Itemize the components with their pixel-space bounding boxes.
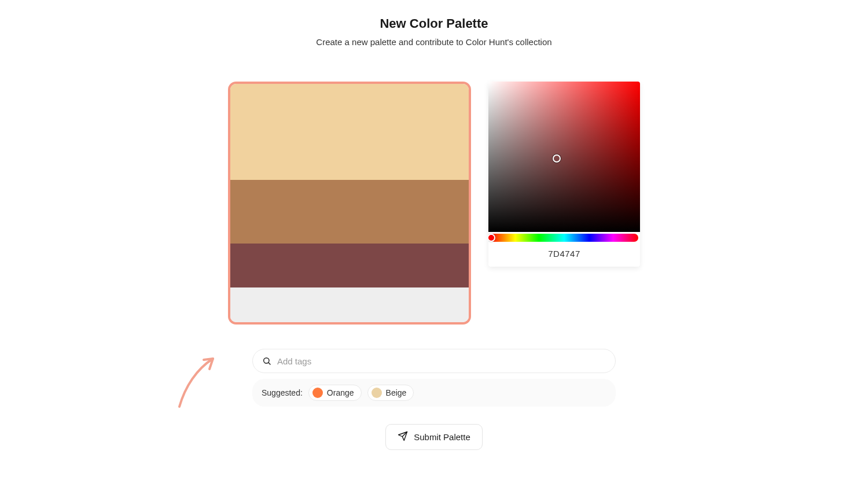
hue-knob[interactable] bbox=[488, 234, 495, 242]
tag-label: Orange bbox=[327, 388, 354, 397]
submit-row: Submit Palette bbox=[0, 424, 868, 450]
tag-label: Beige bbox=[386, 388, 407, 397]
sv-knob[interactable] bbox=[553, 154, 561, 163]
saturation-value-area[interactable] bbox=[488, 82, 640, 232]
palette-preview[interactable] bbox=[228, 82, 471, 325]
page-subtitle: Create a new palette and contribute to C… bbox=[0, 37, 868, 47]
palette-swatch-3[interactable] bbox=[230, 287, 469, 322]
palette-swatch-0[interactable] bbox=[230, 84, 469, 180]
submit-label: Submit Palette bbox=[414, 432, 470, 442]
tags-input[interactable] bbox=[277, 356, 606, 366]
tags-section: Suggested: Orange Beige bbox=[252, 349, 616, 407]
tag-color-dot bbox=[372, 388, 382, 398]
tag-color-dot bbox=[312, 388, 323, 398]
editor-row: 7D4747 bbox=[0, 82, 868, 325]
color-picker: 7D4747 bbox=[488, 82, 640, 267]
suggested-tag-orange[interactable]: Orange bbox=[308, 385, 362, 401]
annotation-arrow bbox=[174, 352, 220, 410]
hex-value[interactable]: 7D4747 bbox=[488, 242, 640, 267]
suggested-label: Suggested: bbox=[262, 388, 303, 397]
submit-palette-button[interactable]: Submit Palette bbox=[385, 424, 483, 450]
tags-input-container[interactable] bbox=[252, 349, 616, 373]
hue-slider[interactable] bbox=[490, 234, 638, 242]
page-title: New Color Palette bbox=[0, 16, 868, 31]
svg-line-1 bbox=[269, 363, 270, 364]
palette-swatch-1[interactable] bbox=[230, 180, 469, 244]
suggested-tags-row: Suggested: Orange Beige bbox=[252, 379, 616, 407]
paper-plane-icon bbox=[398, 431, 408, 443]
search-icon bbox=[262, 356, 271, 366]
palette-swatch-2[interactable] bbox=[230, 244, 469, 287]
page-header: New Color Palette Create a new palette a… bbox=[0, 0, 868, 47]
suggested-tag-beige[interactable]: Beige bbox=[367, 385, 414, 401]
